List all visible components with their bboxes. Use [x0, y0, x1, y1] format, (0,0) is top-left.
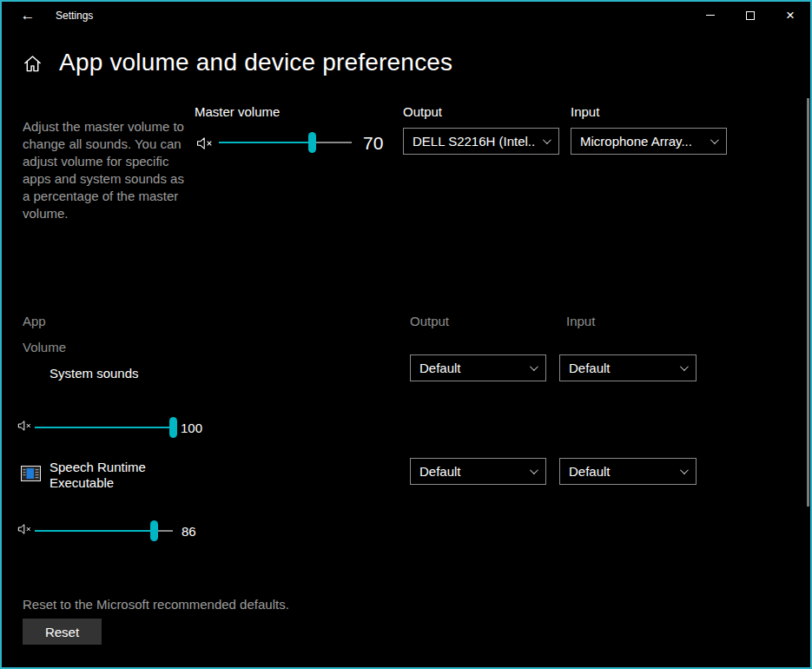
- page-description: Adjust the master volume to change all s…: [23, 118, 189, 222]
- master-output-value: DELL S2216H (Intel...: [413, 134, 536, 149]
- system-sounds-mute-icon[interactable]: [17, 420, 32, 435]
- master-input-dropdown[interactable]: Microphone Array...: [571, 128, 727, 155]
- chevron-down-icon: [680, 362, 689, 371]
- chevron-down-icon: [543, 136, 551, 144]
- window-title: Settings: [56, 10, 93, 22]
- system-sounds-output-value: Default: [419, 361, 461, 375]
- speech-runtime-volume-slider[interactable]: [35, 520, 173, 541]
- reset-description: Reset to the Microsoft recommended defau…: [23, 597, 289, 612]
- vertical-scrollbar[interactable]: [807, 98, 809, 507]
- chevron-down-icon: [710, 136, 719, 144]
- speech-runtime-slider-thumb[interactable]: [150, 520, 158, 541]
- speech-runtime-volume-value: 86: [182, 524, 196, 539]
- system-sounds-output-dropdown[interactable]: Default: [410, 354, 546, 381]
- back-arrow-icon: ←: [21, 7, 36, 24]
- input-label: Input: [571, 104, 599, 119]
- caption-buttons: ×: [690, 2, 810, 29]
- master-input-value: Microphone Array...: [580, 134, 692, 149]
- speech-runtime-output-dropdown[interactable]: Default: [410, 458, 546, 485]
- app-row-name: Speech Runtime Executable: [50, 460, 161, 491]
- system-sounds-volume-value: 100: [181, 421, 202, 435]
- system-sounds-volume-slider[interactable]: [35, 417, 173, 438]
- system-sounds-input-dropdown[interactable]: Default: [559, 354, 696, 381]
- speech-runtime-app-icon: [21, 465, 41, 487]
- back-button[interactable]: ←: [10, 3, 45, 28]
- speech-runtime-mute-icon[interactable]: [17, 523, 32, 539]
- minimize-button[interactable]: [690, 2, 730, 29]
- input-column-header: Input: [566, 314, 595, 328]
- speech-runtime-input-value: Default: [569, 464, 611, 479]
- app-column-header: App: [23, 314, 46, 328]
- home-icon: [23, 55, 43, 76]
- master-volume-value: 70: [363, 133, 383, 154]
- speech-runtime-input-dropdown[interactable]: Default: [559, 458, 696, 485]
- system-sounds-slider-thumb[interactable]: [169, 417, 177, 438]
- master-volume-slider-thumb[interactable]: [308, 132, 316, 153]
- maximize-button[interactable]: [730, 2, 770, 29]
- page-title: App volume and device preferences: [59, 49, 452, 76]
- master-output-dropdown[interactable]: DELL S2216H (Intel...: [403, 128, 559, 155]
- app-row-name: System sounds: [50, 366, 139, 381]
- titlebar: ← Settings ×: [2, 2, 810, 30]
- system-sounds-input-value: Default: [569, 361, 611, 375]
- settings-window: ← Settings × App volume and device prefe…: [0, 0, 812, 669]
- output-column-header: Output: [410, 314, 449, 328]
- chevron-down-icon: [680, 466, 689, 474]
- master-mute-icon[interactable]: [196, 136, 214, 154]
- master-volume-slider[interactable]: [219, 132, 352, 153]
- chevron-down-icon: [530, 362, 538, 371]
- close-button[interactable]: ×: [770, 2, 810, 29]
- close-icon: ×: [786, 8, 795, 23]
- chevron-down-icon: [530, 466, 538, 474]
- maximize-icon: [746, 11, 755, 20]
- minimize-icon: [706, 15, 715, 16]
- volume-column-header: Volume: [23, 340, 66, 354]
- master-volume-label: Master volume: [195, 104, 280, 119]
- speech-runtime-output-value: Default: [419, 464, 461, 479]
- output-label: Output: [403, 104, 442, 119]
- reset-button[interactable]: Reset: [23, 619, 102, 645]
